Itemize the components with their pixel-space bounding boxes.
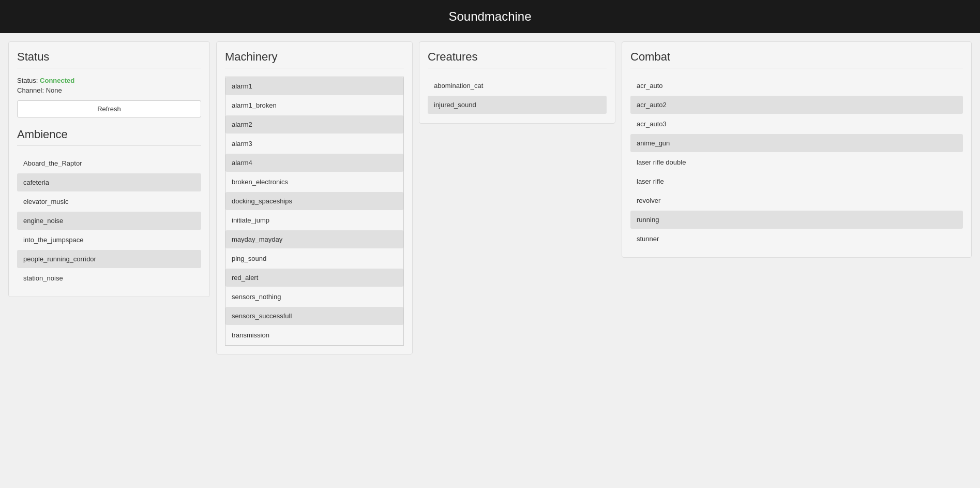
combat-item[interactable]: running	[630, 211, 963, 229]
machinery-item[interactable]: ping_sound	[225, 249, 403, 268]
machinery-item[interactable]: alarm3	[225, 135, 403, 153]
combat-item[interactable]: laser rifle	[630, 172, 963, 190]
creatures-title: Creatures	[428, 50, 607, 68]
machinery-panel: Machinery alarm1alarm1_brokenalarm2alarm…	[216, 41, 413, 354]
machinery-item[interactable]: transmission	[225, 326, 403, 344]
machinery-item[interactable]: sensors_successfull	[225, 307, 403, 325]
ambience-item[interactable]: Aboard_the_Raptor	[17, 154, 201, 172]
machinery-scroll[interactable]: alarm1alarm1_brokenalarm2alarm3alarm4bro…	[225, 77, 404, 346]
status-row: Status: Connected	[17, 77, 201, 84]
app-title: Soundmachine	[448, 9, 531, 23]
ambience-list: Aboard_the_Raptorcafeteriaelevator_music…	[17, 154, 201, 287]
machinery-item[interactable]: broken_electronics	[225, 173, 403, 191]
main-content: Status Status: Connected Channel: None R…	[0, 33, 980, 363]
ambience-title: Ambience	[17, 128, 201, 146]
status-value: Connected	[40, 77, 74, 84]
machinery-item[interactable]: alarm1_broken	[225, 96, 403, 114]
machinery-item[interactable]: mayday_mayday	[225, 230, 403, 248]
combat-item[interactable]: stunner	[630, 230, 963, 248]
channel-value: None	[46, 86, 62, 94]
machinery-item[interactable]: initiate_jump	[225, 211, 403, 229]
machinery-item[interactable]: red_alert	[225, 269, 403, 287]
creatures-item[interactable]: injured_sound	[428, 96, 607, 114]
combat-item[interactable]: acr_auto2	[630, 96, 963, 114]
combat-list: acr_autoacr_auto2acr_auto3anime_gunlaser…	[630, 77, 963, 248]
ambience-item[interactable]: into_the_jumpspace	[17, 231, 201, 249]
channel-label: Channel:	[17, 86, 44, 94]
status-panel-title: Status	[17, 50, 201, 68]
ambience-section: Ambience Aboard_the_Raptorcafeteriaeleva…	[17, 128, 201, 287]
ambience-item[interactable]: people_running_corridor	[17, 250, 201, 268]
machinery-title: Machinery	[225, 50, 404, 68]
combat-item[interactable]: laser rifle double	[630, 153, 963, 171]
status-info: Status: Connected Channel: None	[17, 77, 201, 94]
creatures-panel: Creatures abomination_catinjured_sound	[419, 41, 615, 124]
combat-item[interactable]: acr_auto	[630, 77, 963, 95]
channel-row: Channel: None	[17, 86, 201, 94]
machinery-item[interactable]: alarm2	[225, 115, 403, 134]
ambience-item[interactable]: elevator_music	[17, 193, 201, 211]
machinery-list: alarm1alarm1_brokenalarm2alarm3alarm4bro…	[225, 77, 403, 344]
combat-item[interactable]: revolver	[630, 191, 963, 210]
ambience-item[interactable]: engine_noise	[17, 212, 201, 230]
ambience-item[interactable]: station_noise	[17, 269, 201, 287]
combat-item[interactable]: anime_gun	[630, 134, 963, 152]
machinery-item[interactable]: alarm1	[225, 77, 403, 95]
ambience-item[interactable]: cafeteria	[17, 173, 201, 191]
creatures-item[interactable]: abomination_cat	[428, 77, 607, 95]
combat-title: Combat	[630, 50, 963, 68]
app-header: Soundmachine	[0, 0, 980, 33]
machinery-item[interactable]: docking_spaceships	[225, 192, 403, 210]
status-panel: Status Status: Connected Channel: None R…	[8, 41, 210, 297]
combat-item[interactable]: acr_auto3	[630, 115, 963, 133]
refresh-button[interactable]: Refresh	[17, 100, 201, 117]
combat-panel: Combat acr_autoacr_auto2acr_auto3anime_g…	[622, 41, 972, 258]
status-label: Status:	[17, 77, 38, 84]
creatures-list: abomination_catinjured_sound	[428, 77, 607, 114]
machinery-item[interactable]: alarm4	[225, 154, 403, 172]
machinery-item[interactable]: sensors_nothing	[225, 288, 403, 306]
